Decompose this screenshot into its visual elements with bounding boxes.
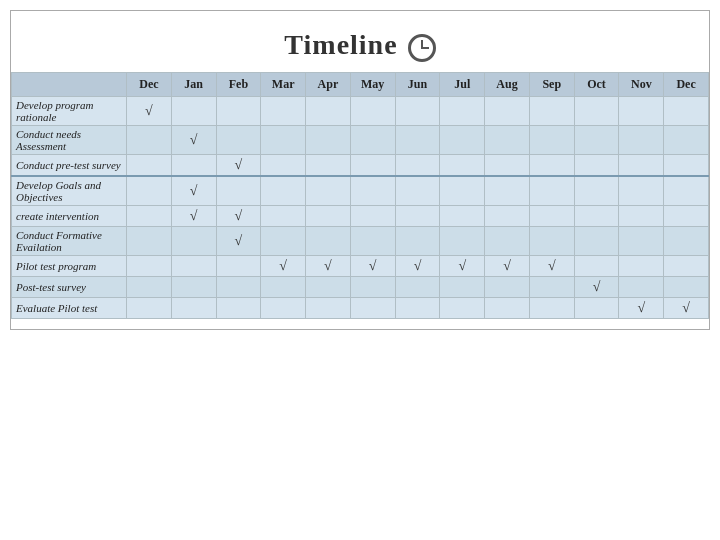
cell-r5-oct [574,206,619,227]
cell-r7-dec [127,256,172,277]
cell-r6-mar [261,227,306,256]
col-sep: Sep [529,73,574,97]
cell-r7-mar: √ [261,256,306,277]
cell-r9-jun [395,298,440,319]
cell-r9-aug [485,298,530,319]
cell-r2-feb [216,126,261,155]
cell-r1-feb [216,97,261,126]
cell-r9-nov: √ [619,298,664,319]
cell-r4-jun [395,176,440,206]
cell-r1-oct [574,97,619,126]
cell-r4-dec [127,176,172,206]
cell-r6-jan [171,227,216,256]
cell-r3-jan [171,155,216,177]
table-row: Evaluate Pilot test √ √ [12,298,709,319]
cell-r1-aug [485,97,530,126]
cell-r7-jan [171,256,216,277]
col-oct: Oct [574,73,619,97]
col-aug: Aug [485,73,530,97]
cell-r7-feb [216,256,261,277]
cell-r4-oct [574,176,619,206]
cell-r2-jul [440,126,485,155]
cell-r8-jan [171,277,216,298]
row-label-8: Post-test survey [12,277,127,298]
cell-r2-jun [395,126,440,155]
cell-r5-feb: √ [216,206,261,227]
cell-r5-dec [127,206,172,227]
row-label-4: Develop Goals and Objectives [12,176,127,206]
cell-r5-dec2 [664,206,709,227]
cell-r1-nov [619,97,664,126]
cell-r7-aug: √ [485,256,530,277]
table-row: Conduct Formative Evailation √ [12,227,709,256]
cell-r4-jan: √ [171,176,216,206]
cell-r3-sep [529,155,574,177]
row-label-3: Conduct pre-test survey [12,155,127,177]
cell-r3-apr [306,155,351,177]
cell-r4-may [350,176,395,206]
cell-r5-sep [529,206,574,227]
cell-r6-jul [440,227,485,256]
cell-r7-sep: √ [529,256,574,277]
cell-r9-feb [216,298,261,319]
cell-r3-aug [485,155,530,177]
cell-r1-may [350,97,395,126]
cell-r6-jun [395,227,440,256]
cell-r6-dec [127,227,172,256]
cell-r9-sep [529,298,574,319]
cell-r8-aug [485,277,530,298]
cell-r2-dec2 [664,126,709,155]
cell-r1-apr [306,97,351,126]
cell-r6-aug [485,227,530,256]
cell-r2-oct [574,126,619,155]
cell-r5-nov [619,206,664,227]
cell-r7-dec2 [664,256,709,277]
cell-r8-jul [440,277,485,298]
cell-r3-oct [574,155,619,177]
header-row: Dec Jan Feb Mar Apr May Jun Jul Aug Sep … [12,73,709,97]
cell-r7-oct [574,256,619,277]
cell-r7-jul: √ [440,256,485,277]
cell-r8-oct: √ [574,277,619,298]
clock-icon [408,34,436,62]
cell-r8-feb [216,277,261,298]
cell-r2-jan: √ [171,126,216,155]
col-mar: Mar [261,73,306,97]
cell-r2-nov [619,126,664,155]
cell-r3-mar [261,155,306,177]
cell-r4-sep [529,176,574,206]
cell-r1-jun [395,97,440,126]
cell-r2-apr [306,126,351,155]
cell-r3-feb: √ [216,155,261,177]
cell-r3-jul [440,155,485,177]
table-row: Conduct pre-test survey √ [12,155,709,177]
col-may: May [350,73,395,97]
row-label-6: Conduct Formative Evailation [12,227,127,256]
col-jun: Jun [395,73,440,97]
cell-r6-sep [529,227,574,256]
cell-r7-apr: √ [306,256,351,277]
table-row: Develop program rationale √ [12,97,709,126]
cell-r4-jul [440,176,485,206]
cell-r7-jun: √ [395,256,440,277]
row-label-7: Pilot test program [12,256,127,277]
timeline-container: Timeline Dec Jan Feb Mar Apr May Jun Jul… [10,10,710,330]
cell-r1-sep [529,97,574,126]
table-row: Post-test survey √ [12,277,709,298]
cell-r9-jan [171,298,216,319]
cell-r2-dec [127,126,172,155]
cell-r9-oct [574,298,619,319]
cell-r8-jun [395,277,440,298]
cell-r6-nov [619,227,664,256]
cell-r1-dec2 [664,97,709,126]
col-feb: Feb [216,73,261,97]
cell-r4-nov [619,176,664,206]
cell-r9-mar [261,298,306,319]
cell-r6-dec2 [664,227,709,256]
cell-r6-apr [306,227,351,256]
timeline-table: Dec Jan Feb Mar Apr May Jun Jul Aug Sep … [11,72,709,319]
cell-r8-apr [306,277,351,298]
page-title: Timeline [284,29,397,60]
cell-r4-dec2 [664,176,709,206]
cell-r3-dec2 [664,155,709,177]
